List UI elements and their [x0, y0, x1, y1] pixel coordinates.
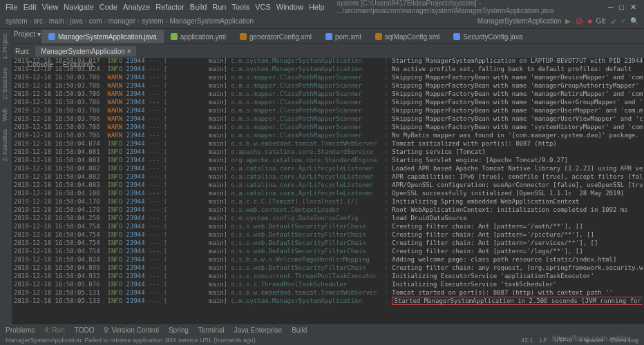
console-output[interactable]: 2019-12-18 16:58:03.017 INFO 23944 --- [… [14, 57, 643, 326]
menu-refactor[interactable]: Refactor [155, 3, 184, 11]
log-line: 2019-12-18 16:58:04.082 INFO 23944 --- [… [14, 164, 643, 172]
bottom-tab[interactable]: Problems [6, 326, 35, 334]
search-icon[interactable]: 🔍 [630, 17, 638, 25]
sidebar-tab[interactable]: 2: Structure [0, 63, 10, 104]
left-gutter: 1: Project2: StructureWeb2: Favorites [0, 29, 12, 335]
debug-icon[interactable]: 🐞 [575, 17, 583, 25]
log-line: 2019-12-18 16:58:05.076 INFO 23944 --- [… [14, 280, 643, 288]
log-line: 2019-12-18 16:58:04.258 INFO 23944 --- [… [14, 214, 643, 222]
file-icon [453, 33, 460, 40]
log-line: 2019-12-18 16:58:03.706 WARN 23944 --- [… [14, 73, 643, 81]
project-toolwindow-header[interactable]: Project ▾ [14, 30, 41, 38]
run-config-tab[interactable]: ManagerSystemApplication × [35, 46, 136, 57]
menu-help[interactable]: Help [309, 3, 325, 11]
status-bar: ManagerSystemApplication: Failed to retr… [0, 335, 644, 345]
log-line: 2019-12-18 16:58:04.754 INFO 23944 --- [… [14, 239, 643, 247]
bottom-tab[interactable]: TODO [75, 326, 95, 334]
window-title: system [C:\Users\84175\IdeaProjects\syst… [337, 0, 596, 14]
log-line: 2019-12-18 16:58:04.754 INFO 23944 --- [… [14, 230, 643, 239]
breadcrumb: system › src › main › java › com › manag… [0, 14, 644, 29]
log-line: 2019-12-18 16:58:03.706 WARN 23944 --- [… [14, 90, 643, 98]
menu-view[interactable]: View [42, 3, 59, 11]
menu-file[interactable]: File [6, 3, 18, 11]
breadcrumb-item[interactable]: system [142, 17, 164, 25]
log-line: 2019-12-18 16:58:04.824 INFO 23944 --- [… [14, 255, 643, 264]
file-icon [325, 33, 332, 40]
git-push-icon[interactable]: ✓ [621, 17, 626, 25]
bottom-tab[interactable]: 9: Version Control [104, 326, 159, 334]
sidebar-tab[interactable]: 1: Project [0, 29, 10, 63]
breadcrumb-item[interactable]: system [6, 17, 28, 25]
bottom-tab[interactable]: Java Enterprise [234, 326, 282, 334]
menu-code[interactable]: Code [100, 3, 117, 11]
log-line: 2019-12-18 16:58:05.133 INFO 23944 --- [… [14, 297, 643, 305]
line-separator[interactable]: LF [540, 337, 547, 344]
run-icon[interactable]: ▶ [565, 17, 571, 25]
menu-analyze[interactable]: Analyze [123, 3, 150, 11]
editor-tab[interactable]: pom.xml [319, 30, 368, 43]
menu-run[interactable]: Run [212, 3, 226, 11]
log-line: 2019-12-18 16:58:03.706 WARN 23944 --- [… [14, 98, 643, 106]
git-pull-icon[interactable]: ↙ [611, 17, 616, 25]
file-icon [375, 33, 382, 40]
log-line: 2019-12-18 16:58:05.131 INFO 23944 --- [… [14, 288, 643, 297]
menu-vcs[interactable]: VCS [255, 3, 271, 11]
log-line: 2019-12-18 16:58:04.083 INFO 23944 --- [… [14, 181, 643, 189]
log-line: 2019-12-18 16:58:03.017 INFO 23944 --- [… [14, 57, 643, 65]
menu-items[interactable]: FileEditViewNavigateCodeAnalyzeRefactorB… [6, 3, 330, 11]
editor-tab[interactable]: ManagerSystemApplication.java [41, 30, 164, 43]
menu-navigate[interactable]: Navigate [64, 3, 93, 11]
log-line: 2019-12-18 16:58:04.754 INFO 23944 --- [… [14, 222, 643, 230]
menu-tools[interactable]: Tools [231, 3, 249, 11]
git-label: Git: [596, 17, 607, 25]
editor-tab[interactable]: SecurityConfig.java [446, 30, 529, 43]
log-line: 2019-12-18 16:58:03.706 WARN 23944 --- [… [14, 106, 643, 115]
editor-tab[interactable]: generatorConfig.xml [233, 30, 319, 43]
sidebar-tab[interactable]: 2: Favorites [0, 125, 10, 166]
bottom-tab[interactable]: Spring [169, 326, 189, 334]
editor-tabs: ManagerSystemApplication.javaapplication… [0, 29, 644, 44]
stop-icon[interactable]: ■ [587, 17, 591, 25]
log-line: 2019-12-18 16:58:03.706 WARN 23944 --- [… [14, 115, 643, 123]
run-label: Run: [15, 48, 30, 55]
close-icon[interactable]: ✕ [630, 3, 638, 11]
log-line: 2019-12-18 16:58:03.706 WARN 23944 --- [… [14, 131, 643, 139]
file-icon [240, 33, 247, 40]
menu-bar: FileEditViewNavigateCodeAnalyzeRefactorB… [0, 0, 644, 14]
sidebar-tab[interactable]: Web [0, 104, 10, 125]
caret-position[interactable]: 42:1 [521, 337, 533, 344]
log-line: 2019-12-18 16:58:03.024 INFO 23944 --- [… [14, 65, 643, 73]
log-line: 2019-12-18 16:58:04.935 INFO 23944 --- [… [14, 272, 643, 280]
bottom-tab[interactable]: Build [292, 326, 307, 334]
breadcrumb-item[interactable]: java [70, 17, 82, 25]
breadcrumb-item[interactable]: src [34, 17, 43, 25]
maximize-icon[interactable]: □ [619, 3, 627, 11]
status-message: ManagerSystemApplication: Failed to retr… [6, 337, 256, 344]
breadcrumb-item[interactable]: manager [108, 17, 135, 25]
log-line: 2019-12-18 16:58:03.706 WARN 23944 --- [… [14, 81, 643, 90]
file-icon [48, 33, 55, 40]
log-line: 2019-12-18 16:58:04.081 INFO 23944 --- [… [14, 148, 643, 156]
breadcrumb-item[interactable]: ManagerSystemApplication [169, 17, 254, 25]
menu-build[interactable]: Build [190, 3, 207, 11]
editor-tab[interactable]: application.yml [164, 30, 233, 43]
breadcrumb-item[interactable]: main [49, 17, 64, 25]
menu-edit[interactable]: Edit [23, 3, 37, 11]
bottom-tab[interactable]: Terminal [198, 326, 225, 334]
run-config-selector[interactable]: ManagerSystemApplication [477, 17, 562, 25]
minimize-icon[interactable]: ─ [608, 3, 616, 11]
log-line: 2019-12-18 16:58:04.754 INFO 23944 --- [… [14, 247, 643, 255]
log-line: 2019-12-18 16:58:04.170 INFO 23944 --- [… [14, 197, 643, 206]
menu-window[interactable]: Window [276, 3, 303, 11]
editor-tab[interactable]: sqlMapConfig.xml [368, 30, 446, 43]
log-line: 2019-12-18 16:58:03.706 WARN 23944 --- [… [14, 123, 643, 131]
log-line: 2019-12-18 16:58:04.081 INFO 23944 --- [… [14, 156, 643, 164]
bottom-tab[interactable]: 4: Run [44, 326, 64, 334]
bottom-tool-tabs: Problems4: RunTODO9: Version ControlSpri… [0, 324, 644, 335]
breadcrumb-item[interactable]: com [89, 17, 102, 25]
log-line: 2019-12-18 16:58:04.074 INFO 23944 --- [… [14, 139, 643, 148]
log-line: 2019-12-18 16:58:04.100 INFO 23944 --- [… [14, 189, 643, 197]
watermark: https://blog.csdn.net/qq... [552, 334, 637, 342]
run-tool-header: Run: ManagerSystemApplication × [0, 44, 644, 58]
log-line: 2019-12-18 16:58:04.170 INFO 23944 --- [… [14, 206, 643, 214]
